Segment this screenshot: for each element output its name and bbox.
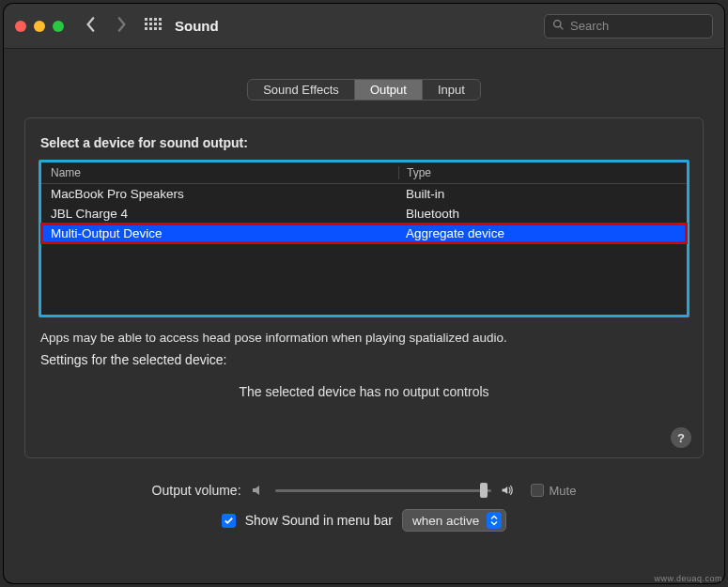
content-area: Sound Effects Output Input Select a devi… <box>4 49 724 468</box>
svg-line-13 <box>560 26 563 29</box>
window-controls <box>15 21 64 32</box>
search-field[interactable] <box>544 14 713 39</box>
device-type: Built-in <box>398 187 677 201</box>
volume-row: Output volume: Mute <box>24 483 704 498</box>
device-type: Aggregate device <box>398 226 677 240</box>
svg-rect-3 <box>159 18 162 21</box>
svg-rect-8 <box>145 27 147 30</box>
spatial-audio-note: Apps may be able to access head pose inf… <box>40 331 688 345</box>
search-icon <box>552 19 570 34</box>
window-title: Sound <box>175 18 219 34</box>
menubar-label: Show Sound in menu bar <box>245 513 393 528</box>
menubar-popup[interactable]: when active <box>402 509 506 532</box>
svg-rect-9 <box>149 27 152 30</box>
settings-label: Settings for the selected device: <box>40 352 688 367</box>
sound-prefs-window: Sound Sound Effects Output Input Select … <box>4 4 724 583</box>
menubar-row: Show Sound in menu bar when active <box>24 509 704 532</box>
help-button[interactable]: ? <box>671 427 691 448</box>
tab-sound-effects[interactable]: Sound Effects <box>248 80 355 100</box>
device-name: MacBook Pro Speakers <box>51 187 398 201</box>
popup-arrows-icon <box>487 512 502 529</box>
svg-rect-10 <box>154 27 157 30</box>
zoom-window-button[interactable] <box>53 21 64 32</box>
svg-rect-1 <box>149 18 152 21</box>
mute-checkbox[interactable]: Mute <box>531 484 577 498</box>
device-name: JBL Charge 4 <box>51 207 398 221</box>
tab-input[interactable]: Input <box>423 80 480 100</box>
close-window-button[interactable] <box>15 21 26 32</box>
volume-slider[interactable] <box>275 483 491 498</box>
volume-label: Output volume: <box>152 483 241 498</box>
footer: Output volume: Mute Show Sound in menu b… <box>4 468 724 532</box>
device-name: Multi-Output Device <box>51 226 398 240</box>
table-row[interactable]: MacBook Pro Speakers Built-in <box>41 184 687 204</box>
slider-thumb[interactable] <box>480 483 488 498</box>
titlebar: Sound <box>4 4 724 49</box>
output-panel: Select a device for sound output: Name T… <box>24 117 704 458</box>
svg-rect-5 <box>149 23 152 25</box>
volume-max-icon <box>501 483 516 498</box>
tab-output[interactable]: Output <box>355 80 423 100</box>
svg-rect-6 <box>154 23 157 25</box>
minimize-window-button[interactable] <box>34 21 45 32</box>
mute-label: Mute <box>550 484 577 498</box>
popup-value: when active <box>412 514 479 528</box>
watermark: www.deuaq.com <box>654 574 722 583</box>
svg-rect-4 <box>145 23 147 25</box>
forward-button[interactable] <box>115 16 128 36</box>
svg-rect-2 <box>154 18 157 21</box>
select-device-label: Select a device for sound output: <box>40 135 689 150</box>
header-name: Name <box>51 166 398 179</box>
svg-rect-11 <box>159 27 162 30</box>
volume-min-icon <box>251 483 266 498</box>
back-button[interactable] <box>85 16 98 36</box>
search-input[interactable] <box>570 19 724 33</box>
checkbox-icon <box>531 484 544 497</box>
menubar-checkbox[interactable] <box>222 514 236 528</box>
table-row[interactable]: JBL Charge 4 Bluetooth <box>41 204 687 224</box>
device-type: Bluetooth <box>398 207 677 221</box>
nav-buttons <box>85 16 128 36</box>
tab-bar: Sound Effects Output Input <box>24 79 704 100</box>
svg-point-12 <box>554 20 561 26</box>
no-controls-label: The selected device has no output contro… <box>39 384 689 399</box>
device-table[interactable]: Name Type MacBook Pro Speakers Built-in … <box>39 160 689 317</box>
svg-rect-0 <box>145 18 147 21</box>
table-row-selected[interactable]: Multi-Output Device Aggregate device <box>41 224 687 243</box>
table-header: Name Type <box>41 162 687 184</box>
header-type: Type <box>398 166 677 179</box>
svg-rect-7 <box>159 23 162 25</box>
show-all-icon[interactable] <box>145 18 162 35</box>
